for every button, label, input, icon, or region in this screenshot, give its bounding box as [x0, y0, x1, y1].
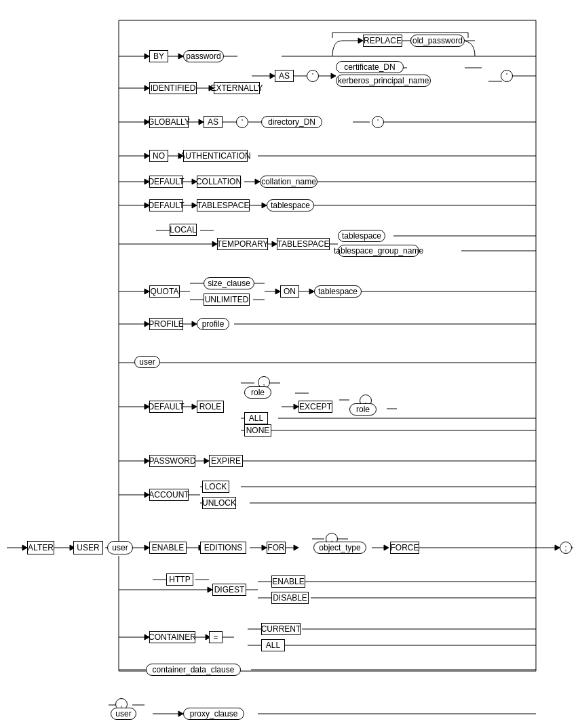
connector-lines: [0, 0, 578, 728]
svg-marker-35: [331, 73, 336, 79]
svg-marker-175: [178, 711, 183, 716]
tablespace-keyword-def: TABLESPACE: [197, 199, 250, 211]
svg-marker-61: [255, 179, 260, 184]
collation-keyword: COLLATION: [197, 176, 241, 188]
container-data-clause: container_data_clause: [146, 664, 241, 676]
semicolon-terminal: ;: [560, 542, 572, 554]
temporary-keyword: TEMPORARY: [217, 238, 268, 250]
password-keyword: PASSWORD: [149, 455, 195, 467]
tablespace-group-value: tablespace_group_name: [338, 245, 419, 257]
authentication-keyword: AUTHENTICATION: [183, 150, 248, 162]
svg-marker-76: [272, 241, 277, 247]
replace-keyword: REPLACE: [363, 35, 402, 47]
svg-marker-106: [192, 404, 197, 409]
default-keyword-col: DEFAULT: [149, 176, 183, 188]
svg-marker-52: [144, 153, 149, 159]
svg-marker-136: [144, 545, 149, 550]
user-rounded-main: user: [107, 541, 133, 554]
none-keyword: NONE: [244, 424, 271, 437]
tablespace-keyword-tmp: TABLESPACE: [277, 238, 330, 250]
account-keyword: ACCOUNT: [149, 489, 189, 501]
role-keyword: ROLE: [197, 401, 224, 413]
old-password-value: old_password: [410, 35, 465, 47]
disable-keyword: DISABLE: [271, 592, 309, 604]
unlock-keyword: UNLOCK: [202, 497, 236, 509]
collation-name: collation_name: [260, 176, 317, 188]
all2-keyword: ALL: [261, 639, 285, 651]
svg-marker-11: [555, 545, 560, 550]
object-type: object_type: [313, 542, 366, 554]
local-keyword: LOCAL: [170, 224, 197, 236]
profile-value: profile: [197, 318, 229, 330]
lock-keyword: LOCK: [202, 481, 229, 493]
as-keyword-ext: AS: [275, 70, 294, 82]
on-keyword: ON: [280, 285, 299, 298]
force-keyword: FORCE: [390, 542, 419, 554]
svg-marker-1: [22, 545, 27, 550]
directory-dn: directory_DN: [261, 116, 322, 128]
digest-keyword: DIGEST: [212, 584, 246, 596]
profile-keyword: PROFILE: [149, 318, 183, 330]
globally-keyword: GLOBALLY: [149, 116, 189, 128]
svg-marker-147: [384, 545, 389, 550]
enable2-keyword: ENABLE: [271, 575, 305, 588]
user-keyword: USER: [73, 541, 103, 554]
no-keyword: NO: [149, 150, 168, 162]
editions-keyword: EDITIONS: [200, 542, 246, 554]
svg-marker-22: [144, 54, 149, 59]
svg-marker-142: [294, 545, 298, 550]
alter-keyword: ALTER: [27, 541, 54, 554]
svg-marker-94: [309, 289, 314, 294]
quota-keyword: QUOTA: [149, 285, 180, 298]
current-keyword: CURRENT: [261, 623, 301, 635]
size-clause: size_clause: [204, 277, 254, 289]
http-keyword: HTTP: [166, 573, 193, 586]
svg-marker-32: [270, 73, 275, 79]
user-rounded-bottom: user: [111, 708, 136, 720]
user-rounded-branch: user: [134, 356, 160, 368]
default-keyword-ts: DEFAULT: [149, 199, 183, 211]
tablespace-quota: tablespace: [314, 285, 362, 298]
svg-marker-68: [262, 203, 267, 208]
as-keyword-glob: AS: [204, 116, 223, 128]
syntax-diagram: ALTER USER user ; REPLACE old_password B…: [0, 0, 578, 728]
all-keyword-role: ALL: [244, 412, 268, 424]
svg-marker-140: [262, 545, 267, 550]
tablespace-value-tmp: tablespace: [338, 230, 385, 242]
role-value: role: [244, 386, 271, 399]
container-keyword: CONTAINER: [149, 631, 195, 643]
for-keyword: FOR: [267, 542, 286, 554]
quote-close-glob: ': [372, 116, 384, 128]
identified-keyword: IDENTIFIED: [149, 82, 197, 94]
by-keyword: BY: [149, 50, 168, 62]
svg-marker-153: [208, 587, 212, 592]
enable-keyword: ENABLE: [149, 542, 187, 554]
expire-keyword: EXPIRE: [209, 455, 243, 467]
quote-open-ext: ': [307, 70, 319, 82]
equals-sign: =: [209, 631, 223, 643]
svg-marker-24: [178, 54, 183, 59]
svg-marker-44: [199, 119, 204, 125]
quote-close-ext: ': [501, 70, 513, 82]
tablespace-value-def: tablespace: [267, 199, 314, 211]
svg-marker-92: [275, 289, 280, 294]
except-keyword: EXCEPT: [298, 401, 332, 413]
proxy-clause: proxy_clause: [183, 708, 244, 720]
svg-marker-17: [358, 38, 363, 43]
unlimited-keyword: UNLIMITED: [204, 294, 250, 306]
svg-marker-28: [144, 85, 149, 91]
svg-marker-114: [294, 404, 298, 409]
quote-open-glob: ': [236, 116, 248, 128]
password-value: password: [183, 50, 224, 62]
role2-value: role: [349, 403, 377, 416]
kerberos-principal: kerberos_principal_name: [336, 75, 431, 87]
default-keyword-role: DEFAULT: [149, 401, 183, 413]
svg-marker-126: [204, 458, 209, 464]
svg-marker-99: [192, 321, 197, 327]
svg-marker-66: [192, 203, 197, 208]
externally-keyword: EXTERNALLY: [214, 82, 260, 94]
svg-marker-85: [144, 289, 149, 294]
certificate-dn: certificate_DN: [336, 61, 404, 73]
